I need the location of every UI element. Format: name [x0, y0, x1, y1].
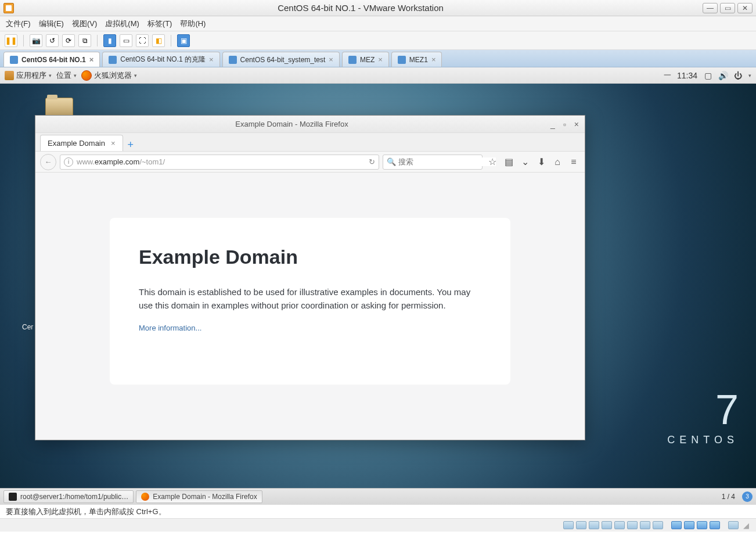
tab-close-icon[interactable]: × [111, 139, 116, 148]
menu-help[interactable]: 帮助(H) [180, 19, 206, 29]
vmware-toolbar: ❚❚ 📷 ↺ ⟳ ⧉ ▮ ▭ ⛶ ◧ ▣ [0, 31, 756, 50]
new-tab-button[interactable]: + [128, 139, 134, 151]
more-info-link[interactable]: More information... [139, 324, 201, 332]
vmware-logo-icon [3, 3, 14, 13]
pause-vm-button[interactable]: ❚❚ [5, 34, 17, 47]
input-hint-text: 要直接输入到此虚拟机，单击内部或按 Ctrl+G。 [6, 507, 166, 517]
maximize-button[interactable]: ▫ [563, 120, 566, 129]
close-button[interactable]: ✕ [737, 3, 753, 13]
site-info-icon[interactable]: i [64, 157, 73, 167]
url-bar[interactable]: i www.example.com/~tom1/ ↻ [60, 155, 379, 170]
vmware-hint-bar: 要直接输入到此虚拟机，单击内部或按 Ctrl+G。 [0, 504, 756, 518]
downloads-icon[interactable]: ⬇ [535, 156, 548, 168]
chevron-down-icon: ▾ [134, 73, 137, 78]
search-bar[interactable]: 🔍 [383, 155, 483, 170]
device-floppy-icon[interactable] [627, 521, 638, 529]
snapshot-button[interactable]: 📷 [30, 34, 42, 47]
device-sound-icon[interactable] [653, 521, 663, 529]
volume-icon[interactable]: 🔊 [718, 71, 728, 80]
places-menu[interactable]: 位置▾ [56, 70, 77, 81]
resize-grip-icon[interactable]: ◢ [741, 521, 751, 529]
vm-tab[interactable]: CentOS 64-bit NO.1× [3, 52, 100, 67]
revert-button[interactable]: ↺ [46, 34, 59, 47]
applications-menu[interactable]: 应用程序▾ [5, 70, 52, 81]
display-icon[interactable]: ▢ [703, 71, 712, 80]
device-harddisk-icon[interactable] [576, 521, 586, 529]
firefox-content-area[interactable]: Example Domain This domain is establishe… [35, 173, 585, 440]
applications-label: 应用程序 [16, 70, 46, 81]
separator [97, 35, 98, 46]
taskbar-terminal[interactable]: root@server1:/home/tom1/public… [3, 490, 134, 503]
close-icon[interactable]: × [329, 55, 333, 64]
separator [171, 35, 171, 46]
console-view-button[interactable]: ▮ [103, 34, 116, 47]
browser-tab[interactable]: Example Domain × [40, 135, 123, 151]
power-icon[interactable]: ⏻ [733, 71, 743, 80]
vm-tab-label: CentOS 64-bit NO.1 [21, 56, 86, 64]
snapshot-mgr-button[interactable]: ⧉ [78, 34, 91, 47]
minimize-button[interactable]: _ [550, 120, 555, 129]
vm-tab[interactable]: CentOS 64-bit_system_test× [222, 52, 340, 67]
minimize-button[interactable]: — [703, 3, 718, 13]
menu-tabs[interactable]: 标签(T) [147, 19, 172, 29]
unity-button[interactable]: ◧ [152, 34, 165, 47]
reload-icon[interactable]: ↻ [369, 157, 375, 166]
apps-grid-icon [5, 71, 14, 80]
menu-vm[interactable]: 虚拟机(M) [105, 19, 139, 29]
vm-tab-label: CentOS 64-bit_system_test [240, 56, 326, 64]
firefox-launcher-label: 火狐浏览器 [94, 70, 132, 81]
back-button[interactable]: ← [40, 154, 56, 170]
menu-view[interactable]: 视图(V) [72, 19, 97, 29]
taskbar-firefox[interactable]: Example Domain - Mozilla Firefox [136, 490, 262, 503]
device-network-icon[interactable] [684, 521, 694, 529]
device-printer-icon[interactable] [697, 521, 707, 529]
library-icon[interactable]: ▤ [502, 156, 515, 168]
close-icon[interactable]: × [89, 55, 94, 64]
bookmark-star-icon[interactable]: ☆ [486, 156, 499, 168]
firefox-launcher[interactable]: 火狐浏览器▾ [81, 70, 137, 81]
guest-desktop[interactable]: 应用程序▾ 位置▾ 火狐浏览器▾ 一 11:34 ▢ 🔊 ⏻ ▾ Cer 7 C… [0, 67, 756, 504]
close-icon[interactable]: × [431, 55, 436, 64]
home-icon[interactable]: ⌂ [551, 156, 564, 168]
menu-edit[interactable]: 编辑(E) [39, 19, 64, 29]
vm-tab[interactable]: CentOS 64-bit NO.1 的克隆× [102, 52, 219, 67]
search-input[interactable] [398, 157, 496, 166]
chevron-down-icon[interactable]: ▾ [748, 73, 751, 78]
firefox-window: Example Domain - Mozilla Firefox _ ▫ × E… [35, 115, 585, 440]
device-harddisk-icon[interactable] [589, 521, 599, 529]
notification-badge[interactable]: 3 [742, 491, 753, 502]
device-harddisk-icon[interactable] [602, 521, 612, 529]
stretch-button[interactable]: ▭ [120, 34, 132, 47]
device-display-icon[interactable] [710, 521, 720, 529]
manage-snapshot-button[interactable]: ⟳ [62, 34, 75, 47]
device-harddisk-icon[interactable] [563, 521, 574, 529]
search-icon: 🔍 [387, 157, 396, 166]
fullscreen-button[interactable]: ⛶ [136, 34, 149, 47]
vm-icon [109, 56, 117, 64]
menu-hamburger-icon[interactable]: ≡ [567, 156, 580, 168]
places-label: 位置 [56, 70, 71, 81]
close-icon[interactable]: × [378, 55, 383, 64]
clock-day: 一 [664, 70, 671, 81]
vmware-menubar: 文件(F) 编辑(E) 视图(V) 虚拟机(M) 标签(T) 帮助(H) [0, 16, 756, 31]
url-path: /~tom1/ [139, 157, 165, 166]
device-network-icon[interactable] [671, 521, 682, 529]
close-icon[interactable]: × [209, 55, 214, 64]
firefox-tab-bar: Example Domain × + [35, 133, 585, 152]
vmware-titlebar: CentOS 64-bit NO.1 - VMware Workstation … [0, 0, 756, 16]
vm-tab[interactable]: MEZ× [342, 52, 389, 67]
maximize-button[interactable]: ▭ [720, 3, 735, 13]
terminal-icon [9, 493, 17, 501]
device-usb-icon[interactable] [640, 521, 650, 529]
centos-version: 7 [667, 389, 739, 430]
workspace-pager[interactable]: 1 / 4 [722, 493, 735, 501]
menu-file[interactable]: 文件(F) [6, 19, 31, 29]
close-button[interactable]: × [574, 120, 579, 129]
device-cdrom-icon[interactable] [614, 521, 625, 529]
device-message-icon[interactable] [728, 521, 739, 529]
clock-time[interactable]: 11:34 [677, 71, 697, 80]
vm-icon [348, 56, 357, 64]
pocket-icon[interactable]: ⌄ [519, 156, 531, 168]
vm-tab[interactable]: MEZ1× [391, 52, 442, 67]
show-console-button[interactable]: ▣ [177, 34, 190, 47]
